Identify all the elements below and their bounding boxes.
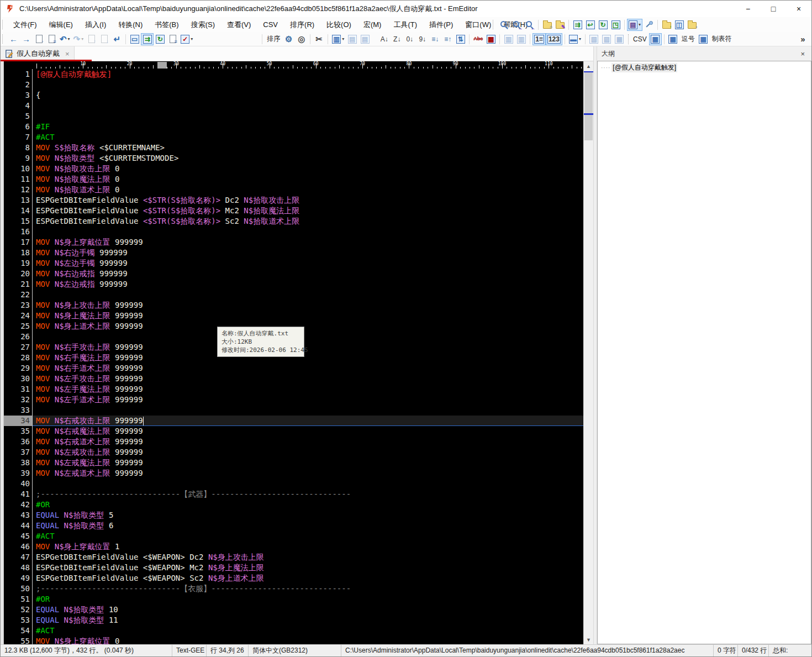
menu-item-1[interactable]: 编辑(E) [43, 20, 79, 29]
code-line-30[interactable]: 30MOV N$左手攻击上限 999999 [4, 374, 583, 384]
heading-row-icon[interactable]: ▬▾ [567, 33, 583, 45]
compare-documents-icon[interactable]: ◫ [673, 19, 686, 31]
code-line-7[interactable]: 7#ACT [4, 132, 583, 143]
code-line-3[interactable]: 3{ [4, 90, 583, 101]
forward-icon[interactable]: → [20, 33, 33, 45]
code-line-9[interactable]: 9MOV N$拾取类型 <$CURRTEMSTDMODE> [4, 153, 583, 164]
code-line-2[interactable]: 2 [4, 80, 583, 90]
sort-disabled-icon[interactable]: ◎ [295, 33, 308, 45]
select-columns-icon[interactable]: ▥▾ [330, 33, 346, 45]
search-previous-document-icon[interactable]: ↩ [584, 19, 597, 31]
replace-document-icon[interactable]: ≡ [45, 33, 58, 45]
code-line-37[interactable]: 37MOV N$左戒攻击上限 999999 [4, 447, 583, 458]
code-line-51[interactable]: 51#OR [4, 594, 583, 605]
code-line-43[interactable]: 43EQUAL N$拾取类型 5 [4, 510, 583, 521]
menu-item-3[interactable]: 转换(N) [112, 20, 149, 29]
code-line-12[interactable]: 12MOV N$拾取道术上限 0 [4, 185, 583, 195]
menu-item-10[interactable]: 宏(M) [357, 20, 388, 29]
code-line-44[interactable]: 44EQUAL N$拾取类型 6 [4, 521, 583, 531]
sort-0-to-9-icon[interactable]: 0↓ [403, 33, 416, 45]
back-icon[interactable]: ← [7, 33, 20, 45]
toolbar-overflow-icon[interactable]: » [797, 33, 809, 45]
sort-short-to-long-icon[interactable]: ≡↓ [429, 33, 441, 45]
menu-item-4[interactable]: 书签(B) [149, 20, 184, 29]
code-line-6[interactable]: 6#IF [4, 122, 583, 132]
code-line-40[interactable]: 40 [4, 479, 583, 489]
pin-icon[interactable] [642, 19, 655, 31]
code-line-32[interactable]: 32MOV N$左手道术上限 999999 [4, 395, 583, 405]
code-line-53[interactable]: 53EQUAL N$拾取类型 11 [4, 615, 583, 626]
menu-item-5[interactable]: 搜索(S) [185, 20, 221, 29]
code-line-1[interactable]: 1[@假人自动穿戴触发] [4, 69, 583, 80]
code-line-35[interactable]: 35MOV N$右戒魔法上限 999999 [4, 426, 583, 437]
menu-item-9[interactable]: 比较(O) [320, 20, 357, 29]
search-all-open-documents-icon[interactable]: ⇉ [571, 19, 584, 31]
maximize-button[interactable]: □ [761, 1, 786, 17]
code-line-10[interactable]: 10MOV N$拾取攻击上限 0 [4, 164, 583, 174]
code-line-54[interactable]: 54#ACT [4, 626, 583, 636]
replace-in-files-icon[interactable]: ✎ [553, 19, 566, 31]
menu-item-7[interactable]: CSV [257, 20, 284, 29]
find-icon[interactable] [498, 19, 510, 31]
code-line-41[interactable]: 41;------------------------------【武器】---… [4, 489, 583, 500]
find-previous-icon[interactable]: ← [523, 19, 536, 31]
external-tools-icon[interactable]: ↑ [660, 19, 673, 31]
code-line-42[interactable]: 42#OR [4, 500, 583, 510]
sort-9-to-0-icon[interactable]: 9↓ [416, 33, 429, 45]
sort-z-to-a-icon[interactable]: Z↓ [391, 33, 403, 45]
syntax-check-icon-dropdown-arrow[interactable]: ▾ [191, 36, 193, 41]
scroll-up-icon[interactable]: ▲ [584, 61, 593, 71]
code-line-16[interactable]: 16 [4, 227, 583, 237]
code-line-20[interactable]: 20MOV N$右边戒指 999999 [4, 269, 583, 279]
search-window-icon[interactable]: ◳ [609, 19, 622, 31]
code-line-17[interactable]: 17MOV N$身上穿戴位置 999999 [4, 237, 583, 248]
reload-document-icon[interactable]: ↻ [154, 33, 166, 45]
scrollbar-thumb[interactable] [584, 71, 593, 140]
menu-item-0[interactable]: 文件(F) [7, 20, 43, 29]
tab-separated-icon[interactable]: ▦ [697, 33, 710, 45]
comma-separated-icon[interactable]: ▦ [667, 33, 679, 45]
document-list-icon[interactable]: ≡ [166, 33, 179, 45]
code-line-18[interactable]: 18MOV N$右边手镯 999999 [4, 248, 583, 258]
line-numbers-toggle-icon[interactable]: 1= [532, 33, 546, 45]
find-in-files-icon[interactable]: ○ [541, 19, 553, 31]
edit-tools-icon[interactable]: ✂ [313, 33, 325, 45]
menu-item-6[interactable]: 查看(V) [221, 20, 257, 29]
menu-item-8[interactable]: 排序(R) [284, 20, 320, 29]
code-line-52[interactable]: 52EQUAL N$拾取类型 10 [4, 605, 583, 615]
code-line-47[interactable]: 47ESPGetDBItemFieldValue <$WEAPON> Dc2 N… [4, 552, 583, 563]
delete-duplicate-lines-icon[interactable]: Abc [472, 33, 484, 45]
code-line-22[interactable]: 22 [4, 290, 583, 300]
file-explorer-icon[interactable]: ▫ [686, 19, 698, 31]
code-line-21[interactable]: 21MOV N$左边戒指 999999 [4, 279, 583, 290]
code-line-33[interactable]: 33 [4, 405, 583, 416]
code-line-46[interactable]: 46MOV N$身上穿戴位置 1 [4, 542, 583, 552]
code-line-4[interactable]: 4 [4, 101, 583, 111]
reverse-lines-icon[interactable]: ⇅ [454, 33, 467, 45]
wrap-by-window-icon[interactable]: ⇉ [141, 33, 154, 45]
toolbar-grip[interactable] [2, 34, 5, 44]
sort-long-to-short-icon[interactable]: ≡↑ [441, 33, 454, 45]
heading-row-icon-dropdown-arrow[interactable]: ▾ [579, 36, 581, 41]
search-loop-icon[interactable]: ↻ [597, 19, 609, 31]
undo-icon-dropdown-arrow[interactable]: ▾ [68, 36, 70, 41]
code-line-45[interactable]: 45#ACT [4, 531, 583, 542]
scroll-down-icon[interactable]: ▼ [584, 635, 593, 644]
split-window-icon[interactable]: ▭ [128, 33, 141, 45]
code-line-13[interactable]: 13ESPGetDBItemFieldValue <$STR(S$拾取名称)> … [4, 195, 583, 206]
outline-toggle-button-dropdown-arrow[interactable]: ▾ [639, 22, 641, 27]
code-line-31[interactable]: 31MOV N$左手魔法上限 999999 [4, 384, 583, 395]
menu-item-11[interactable]: 工具(T) [387, 20, 423, 29]
code-line-36[interactable]: 36MOV N$右戒道术上限 999999 [4, 437, 583, 447]
outline-item[interactable]: ···· [@假人自动穿戴触发] [598, 61, 811, 72]
search-document-icon[interactable]: ◦ [33, 33, 45, 45]
vertical-scrollbar[interactable]: ▲ ▼ [583, 61, 593, 644]
mark-duplicate-lines-icon[interactable]: ▦ [484, 33, 497, 45]
menu-item-2[interactable]: 插入(I) [79, 20, 112, 29]
code-line-38[interactable]: 38MOV N$左戒魔法上限 999999 [4, 458, 583, 468]
code-line-49[interactable]: 49ESPGetDBItemFieldValue <$WEAPON> Sc2 N… [4, 573, 583, 584]
code-line-55[interactable]: 55MOV N$身上穿戴位置 0 [4, 636, 583, 644]
syntax-check-icon[interactable]: ✓▾ [179, 33, 194, 45]
code-line-11[interactable]: 11MOV N$拾取魔法上限 0 [4, 174, 583, 185]
outline-toggle-button[interactable]: ▤▾ [627, 19, 642, 31]
